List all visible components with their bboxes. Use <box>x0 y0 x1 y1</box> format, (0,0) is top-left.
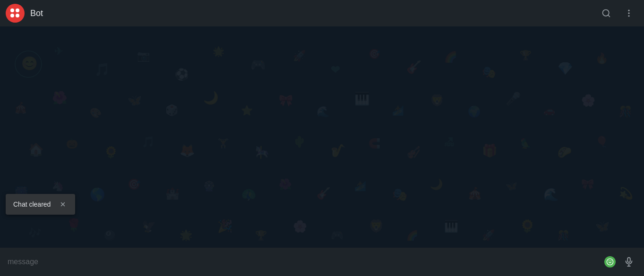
svg-text:🎪: 🎪 <box>14 101 27 114</box>
search-icon <box>601 8 611 18</box>
avatar-dot-3 <box>10 14 14 17</box>
svg-rect-93 <box>627 258 630 262</box>
svg-text:🏆: 🏆 <box>520 50 532 61</box>
svg-text:🎉: 🎉 <box>217 218 233 234</box>
svg-text:🏄: 🏄 <box>392 105 404 116</box>
svg-text:🌸: 🌸 <box>293 219 307 233</box>
message-input[interactable] <box>6 254 601 270</box>
input-bar <box>0 248 644 276</box>
svg-text:⚽: ⚽ <box>175 67 189 81</box>
svg-text:🌈: 🌈 <box>406 230 418 241</box>
snackbar-message: Chat cleared <box>13 201 51 208</box>
svg-text:🎮: 🎮 <box>331 229 344 242</box>
more-options-button[interactable] <box>619 4 638 23</box>
svg-text:🎯: 🎯 <box>369 48 380 59</box>
more-vert-icon <box>624 8 634 18</box>
svg-text:🎶: 🎶 <box>28 226 42 239</box>
svg-text:🌟: 🌟 <box>213 46 224 57</box>
svg-text:🎡: 🎡 <box>203 180 215 192</box>
svg-text:🌻: 🌻 <box>520 218 535 234</box>
svg-text:🏋: 🏋 <box>217 138 229 149</box>
svg-text:🎈: 🎈 <box>595 135 609 148</box>
svg-text:🦜: 🦜 <box>520 138 532 149</box>
snackbar-close-button[interactable] <box>58 200 68 209</box>
svg-text:🏰: 🏰 <box>165 186 180 200</box>
svg-text:🎹: 🎹 <box>444 219 458 233</box>
svg-text:💎: 💎 <box>558 61 573 76</box>
svg-text:😊: 😊 <box>21 56 38 71</box>
emoji-icon <box>606 258 614 266</box>
svg-text:🎀: 🎀 <box>581 178 594 191</box>
svg-text:🎪: 🎪 <box>468 186 482 200</box>
svg-text:🎵: 🎵 <box>94 62 110 77</box>
avatar-dot-1 <box>10 8 14 12</box>
svg-text:🧲: 🧲 <box>369 138 380 149</box>
svg-text:🌎: 🌎 <box>90 187 105 202</box>
emoji-button[interactable] <box>604 256 616 268</box>
svg-line-1 <box>608 15 610 17</box>
svg-text:🔥: 🔥 <box>595 52 609 65</box>
svg-text:🌵: 🌵 <box>293 135 306 148</box>
snackbar: Chat cleared <box>6 194 75 215</box>
svg-text:🌊: 🌊 <box>317 105 330 118</box>
svg-text:🏠: 🏠 <box>28 142 44 157</box>
avatar-dot-4 <box>16 14 19 17</box>
svg-text:🎀: 🎀 <box>279 93 293 107</box>
svg-text:🌮: 🌮 <box>558 145 572 159</box>
svg-text:🎊: 🎊 <box>558 230 569 241</box>
svg-text:🌙: 🌙 <box>430 178 443 191</box>
svg-text:🌻: 🌻 <box>104 145 118 159</box>
svg-text:🌹: 🌹 <box>66 217 82 233</box>
svg-text:🦋: 🦋 <box>506 180 517 192</box>
svg-text:🚀: 🚀 <box>482 229 495 242</box>
svg-text:🎊: 🎊 <box>619 105 632 118</box>
svg-text:🎭: 🎭 <box>392 187 408 202</box>
svg-text:🎸: 🎸 <box>317 186 331 200</box>
svg-text:🌺: 🌺 <box>279 178 292 191</box>
svg-text:🎤: 🎤 <box>506 91 521 106</box>
svg-text:🌙: 🌙 <box>203 90 219 105</box>
svg-text:🦁: 🦁 <box>430 93 444 107</box>
svg-text:🎭: 🎭 <box>482 65 496 79</box>
close-icon <box>60 201 66 208</box>
svg-text:🦚: 🦚 <box>241 187 257 202</box>
svg-text:🌈: 🌈 <box>444 50 457 63</box>
svg-point-4 <box>628 15 629 17</box>
svg-text:🎵: 🎵 <box>142 135 155 148</box>
chat-background: 😊 ✈ 🎵 📷 ⚽ 🌟 🎮 🚀 ❤ 🎯 🎸 🌈 🎭 🏆 💎 🔥 🎪 🌺 🎨 🦋 … <box>0 26 644 248</box>
svg-text:🌍: 🌍 <box>468 105 481 118</box>
svg-text:📷: 📷 <box>137 50 150 62</box>
svg-text:🎸: 🎸 <box>406 59 422 75</box>
svg-text:🏆: 🏆 <box>255 230 267 241</box>
voice-message-button[interactable] <box>619 252 638 271</box>
svg-text:🎯: 🎯 <box>128 178 141 191</box>
svg-text:🎠: 🎠 <box>255 145 269 159</box>
search-button[interactable] <box>597 4 616 23</box>
svg-text:✈: ✈ <box>54 45 63 57</box>
svg-text:🦋: 🦋 <box>128 93 142 107</box>
avatar-icon <box>10 8 20 18</box>
chat-area: 😊 ✈ 🎵 📷 ⚽ 🌟 🎮 🚀 ❤ 🎯 🎸 🌈 🎭 🏆 💎 🔥 🎪 🌺 🎨 🦋 … <box>0 26 644 248</box>
svg-text:🌊: 🌊 <box>543 187 559 202</box>
chat-title: Bot <box>30 8 597 18</box>
svg-text:🎻: 🎻 <box>406 145 421 159</box>
svg-text:🌟: 🌟 <box>180 229 193 242</box>
svg-text:🎨: 🎨 <box>90 107 102 118</box>
avatar <box>6 4 25 23</box>
svg-text:🦅: 🦅 <box>142 219 156 233</box>
svg-text:💫: 💫 <box>619 186 633 200</box>
svg-text:🎮: 🎮 <box>250 57 266 72</box>
svg-text:🦊: 🦊 <box>180 143 195 158</box>
svg-text:🚀: 🚀 <box>293 50 306 62</box>
header: Bot <box>0 0 644 26</box>
svg-text:🌸: 🌸 <box>581 93 595 107</box>
svg-text:🦄: 🦄 <box>52 180 64 192</box>
svg-text:🎲: 🎲 <box>165 104 179 117</box>
svg-text:🎁: 🎁 <box>482 143 498 158</box>
svg-text:🦁: 🦁 <box>369 218 384 234</box>
mic-icon <box>624 257 634 267</box>
svg-text:⭐: ⭐ <box>241 105 253 116</box>
svg-text:🎱: 🎱 <box>104 230 116 241</box>
svg-point-90 <box>607 259 613 265</box>
svg-point-2 <box>628 10 629 11</box>
